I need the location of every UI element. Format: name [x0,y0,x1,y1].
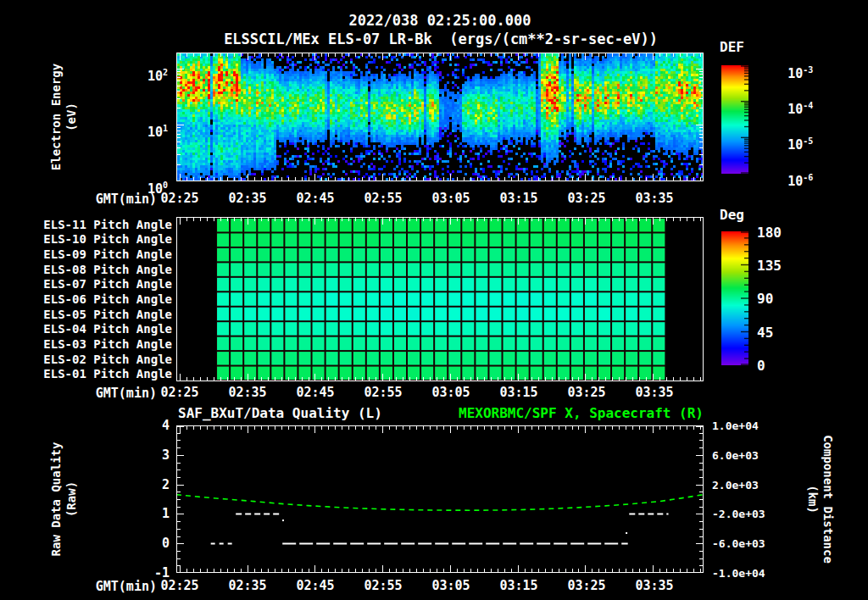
panel1-time-tick-0: 02:25 [160,191,198,206]
panel1-time-tick-7: 03:35 [635,191,673,206]
panel3-ytick-left-3: 3 [162,447,170,463]
row-label-els04: ELS-04 Pitch Angle [43,322,172,336]
panel3-right-y-axis-label: Component Distance (km) [805,435,836,564]
panel1-time-tick-6: 03:25 [567,191,605,206]
panel3-ytick-right-2: 2.0e+03 [712,479,759,492]
panel2-time-tick-3: 02:55 [364,385,402,400]
row-label-els02: ELS-02 Pitch Angle [43,353,172,366]
row-label-els08: ELS-08 Pitch Angle [43,263,172,276]
panel3-gmt-label: GMT(min) [96,579,157,594]
deg-colorbar-canvas [721,231,748,365]
deg-colorbar-tick-0: 180 [757,225,782,241]
deg-colorbar-tick-4: 0 [757,358,765,374]
panel3-time-tick-3: 02:55 [364,578,402,593]
panel1-y-axis-label-line1: Electron Energy [48,64,64,170]
panel2-time-tick-7: 03:35 [635,385,673,400]
panel3-ytick-right-3: -2.0e+03 [712,508,765,520]
panel3-ytick-left-0: 0 [162,536,170,551]
panel2-time-tick-6: 03:25 [567,385,605,400]
panel3-time-tick-0: 02:25 [160,578,198,593]
panel3-time-tick-6: 03:25 [567,578,605,593]
def-colorbar-canvas [721,65,748,174]
def-colorbar-tick-3: 10-6 [757,158,813,189]
panel3-time-tick-2: 02:45 [296,578,334,593]
panel1-time-tick-1: 02:35 [228,191,266,206]
page-title: 2022/038 02:25:00.000 [176,12,704,29]
panel1-time-tick-3: 02:55 [364,191,402,206]
panel2-time-tick-1: 02:35 [228,385,266,400]
quality-line-canvas [176,425,704,573]
screen: 2022/038 02:25:00.000 ELSSCIL/MEx ELS-07… [0,0,868,600]
panel3-right-title: MEXORBMC/SPF X, Spacecraft (R) [459,405,704,421]
panel3-ytick-left-4: 4 [162,418,170,433]
row-label-els09: ELS-09 Pitch Angle [43,247,172,261]
panel2-time-tick-0: 02:25 [160,385,198,400]
energy-spectrogram-canvas [176,53,704,181]
panel3-left-y-axis-label-line2: (Raw) [64,442,79,557]
panel2-gmt-label: GMT(min) [96,386,157,401]
panel3-ytick-right-1: 6.0e+03 [712,449,759,462]
row-label-els03: ELS-03 Pitch Angle [43,337,172,351]
row-label-els05: ELS-05 Pitch Angle [43,308,172,321]
panel3-ytick-right-4: -6.0e+03 [712,537,765,550]
panel2-time-tick-5: 03:15 [499,385,537,400]
panel1-ytick-10: 101 [117,109,168,140]
panel1-time-tick-2: 02:45 [296,191,334,206]
row-label-els10: ELS-10 Pitch Angle [43,232,172,246]
panel3-time-tick-5: 03:15 [499,578,537,593]
panel2-time-tick-2: 02:45 [296,385,334,400]
panel1-time-tick-5: 03:15 [499,191,537,206]
pitch-angle-canvas [176,217,704,381]
panel3-time-tick-7: 03:35 [635,578,673,593]
def-colorbar-tick-0: 10-3 [757,51,813,81]
panel3-time-tick-4: 03:05 [431,578,470,593]
panel1-ytick-100: 102 [117,53,168,84]
panel1-y-axis-label-line2: (eV) [64,64,79,170]
panel3-ytick-left-1: 1 [162,506,170,521]
panel3-ytick-left-2: 2 [162,477,170,492]
deg-colorbar-tick-3: 45 [757,325,773,341]
panel3-right-y-axis-label-line2: (km) [805,435,821,564]
panel1-gmt-label: GMT(min) [96,192,157,207]
panel3-time-tick-1: 02:35 [228,578,266,593]
deg-colorbar-tick-1: 135 [757,258,782,274]
row-label-els07: ELS-07 Pitch Angle [43,277,172,291]
panel3-right-y-axis-label-line1: Component Distance [821,435,836,564]
panel3-left-y-axis-label-line1: Raw Data Quality [48,442,64,557]
panel3-ytick-right-5: -1.0e+04 [712,567,765,580]
row-label-els01: ELS-01 Pitch Angle [43,367,172,381]
row-label-els11: ELS-11 Pitch Angle [43,218,172,231]
def-colorbar-tick-1: 10-4 [757,86,813,117]
panel3-ytick-right-0: 1.0e+04 [712,419,759,432]
def-colorbar-tick-2: 10-5 [757,122,813,153]
deg-colorbar-tick-2: 90 [757,291,773,307]
panel2-time-tick-4: 03:05 [431,385,470,400]
panel3-left-title: SAF_BXuT/Data Quality (L) [178,405,382,421]
def-colorbar-title: DEF [720,39,744,55]
page-subtitle: ELSSCIL/MEx ELS-07 LR-Bk (ergs/(cm**2-sr… [127,31,754,47]
deg-colorbar-title: Deg [720,207,744,223]
panel1-y-axis-label: Electron Energy (eV) [48,64,79,170]
row-label-els06: ELS-06 Pitch Angle [43,292,172,306]
panel1-time-tick-4: 03:05 [431,191,470,206]
panel3-left-y-axis-label: Raw Data Quality (Raw) [48,442,79,557]
